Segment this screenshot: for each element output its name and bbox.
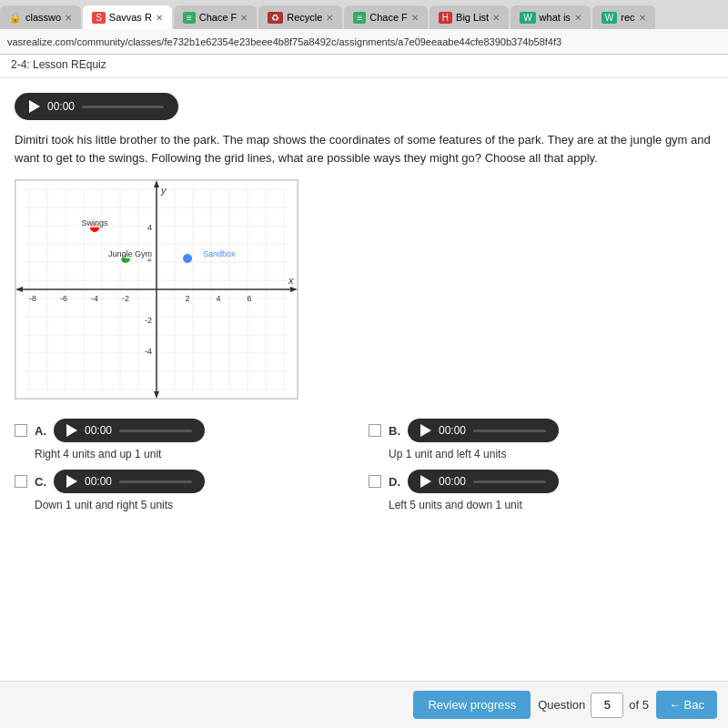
svg-text:-8: -8	[29, 294, 36, 303]
checkbox-c[interactable]	[15, 475, 27, 488]
back-button[interactable]: ← Bac	[656, 691, 717, 719]
answer-desc-c: Down 1 unit and right 5 units	[15, 499, 359, 511]
answer-desc-b: Up 1 unit and left 4 units	[369, 448, 713, 460]
tab-close-chace2[interactable]: ✕	[411, 13, 419, 23]
audio-time-b: 00:00	[439, 424, 466, 437]
main-audio-time: 00:00	[47, 100, 75, 113]
answer-desc-d: Left 5 units and down 1 unit	[369, 499, 713, 511]
svg-text:6: 6	[247, 294, 251, 303]
answer-choice-a: A. 00:00 Right 4 units and up 1 unit	[15, 419, 359, 460]
tab-close-biglist[interactable]: ✕	[492, 13, 500, 23]
answer-choice-d: D. 00:00 Left 5 units and down 1 unit	[369, 470, 713, 511]
tab-close-chace1[interactable]: ✕	[240, 13, 248, 23]
review-progress-button[interactable]: Review progress	[413, 691, 531, 719]
answer-row-a: A. 00:00	[15, 419, 359, 442]
savvas-icon: S	[92, 12, 106, 24]
answer-choice-c: C. 00:00 Down 1 unit and right 5 units	[15, 470, 359, 511]
tab-savvas[interactable]: S Savvas R ✕	[83, 5, 172, 29]
answer-row-b: B. 00:00	[369, 419, 713, 442]
main-play-button[interactable]	[29, 100, 40, 113]
choice-label-d: D.	[389, 475, 400, 489]
tab-recycle[interactable]: ♻ Recycle ✕	[258, 5, 342, 29]
audio-time-d: 00:00	[439, 475, 466, 488]
svg-text:-6: -6	[60, 294, 67, 303]
tab-close-savvas[interactable]: ✕	[156, 13, 163, 23]
choice-label-a: A.	[35, 424, 46, 438]
answer-desc-a: Right 4 units and up 1 unit	[15, 448, 359, 460]
answer-choice-b: B. 00:00 Up 1 unit and left 4 units	[369, 419, 713, 460]
biglist-icon: H	[439, 12, 452, 24]
play-btn-c[interactable]	[66, 475, 77, 488]
breadcrumb: 2-4: Lesson REquiz	[0, 55, 728, 78]
question-text: Dimitri took his little brother to the p…	[15, 131, 713, 167]
play-btn-d[interactable]	[420, 475, 431, 488]
choice-label-c: C.	[35, 475, 46, 489]
audio-player-b[interactable]: 00:00	[408, 419, 559, 442]
svg-text:4: 4	[216, 294, 220, 303]
main-content: 00:00 Dimitri took his little brother to…	[0, 78, 728, 681]
audio-time-c: 00:00	[85, 475, 112, 488]
url-text[interactable]: vasrealize.com/community/classes/fe732b1…	[7, 36, 721, 47]
rec-icon: W	[602, 12, 617, 24]
tab-close-recycle[interactable]: ✕	[326, 13, 333, 23]
audio-bar-a[interactable]	[119, 430, 192, 432]
audio-time-a: 00:00	[85, 424, 112, 437]
svg-text:-2: -2	[145, 316, 152, 325]
checkbox-b[interactable]	[369, 424, 381, 437]
choice-label-b: B.	[389, 424, 400, 438]
bottom-bar: Review progress Question of 5 ← Bac	[0, 681, 728, 728]
tab-chace1[interactable]: ≡ Chace F ✕	[174, 5, 257, 29]
swings-label: Swings	[81, 218, 108, 228]
chace1-icon: ≡	[183, 12, 196, 24]
junglegym-label: Jungle Gym	[108, 249, 152, 258]
tab-close-rec[interactable]: ✕	[639, 13, 646, 23]
play-btn-a[interactable]	[66, 424, 77, 437]
svg-text:-2: -2	[122, 294, 129, 303]
svg-text:-4: -4	[145, 347, 152, 356]
question-total: of 5	[629, 698, 649, 712]
svg-text:-4: -4	[91, 294, 98, 303]
question-nav: Question of 5	[538, 693, 649, 718]
checkbox-d[interactable]	[369, 475, 381, 488]
tab-close-classwo[interactable]: ✕	[65, 13, 72, 23]
recycle-icon: ♻	[268, 12, 283, 24]
tab-biglist[interactable]: H Big List ✕	[430, 5, 509, 29]
address-bar: vasrealize.com/community/classes/fe732b1…	[0, 29, 728, 55]
tab-close-whatis[interactable]: ✕	[574, 13, 581, 23]
browser-tabs: 🔒 classwo ✕ S Savvas R ✕ ≡ Chace F ✕ ♻ R…	[0, 0, 728, 29]
svg-text:x: x	[288, 275, 294, 286]
audio-player-d[interactable]: 00:00	[408, 470, 559, 493]
main-audio-bar[interactable]	[82, 106, 164, 108]
tab-whatis[interactable]: W what is ✕	[511, 5, 591, 29]
grid-svg: -8 -6 -4 -2 2 4 6 4 2 -2 -4 x y	[15, 180, 298, 399]
answers-section: A. 00:00 Right 4 units and up 1 unit B. …	[15, 419, 713, 511]
sandbox-label: Sandbox	[203, 249, 236, 258]
answer-row-d: D. 00:00	[369, 470, 713, 493]
checkbox-a[interactable]	[15, 424, 27, 437]
chace2-icon: ≡	[353, 12, 366, 24]
main-audio-player[interactable]: 00:00	[15, 93, 178, 120]
question-label: Question	[538, 698, 585, 712]
question-number-input[interactable]	[591, 693, 623, 718]
answer-row-c: C. 00:00	[15, 470, 359, 493]
svg-text:4: 4	[147, 223, 152, 232]
audio-bar-d[interactable]	[473, 480, 546, 483]
tab-classwo[interactable]: 🔒 classwo ✕	[0, 5, 81, 29]
audio-bar-b[interactable]	[473, 430, 546, 432]
coordinate-grid: -8 -6 -4 -2 2 4 6 4 2 -2 -4 x y	[15, 179, 298, 399]
play-btn-b[interactable]	[420, 424, 431, 437]
sandbox-point	[183, 254, 192, 263]
svg-text:2: 2	[185, 294, 189, 303]
classwo-icon: 🔒	[9, 12, 22, 24]
tab-rec[interactable]: W rec ✕	[592, 5, 655, 29]
audio-player-a[interactable]: 00:00	[54, 419, 205, 442]
audio-player-c[interactable]: 00:00	[54, 470, 205, 493]
tab-chace2[interactable]: ≡ Chace F ✕	[344, 5, 427, 29]
whatis-icon: W	[520, 12, 535, 24]
audio-bar-c[interactable]	[119, 480, 192, 483]
